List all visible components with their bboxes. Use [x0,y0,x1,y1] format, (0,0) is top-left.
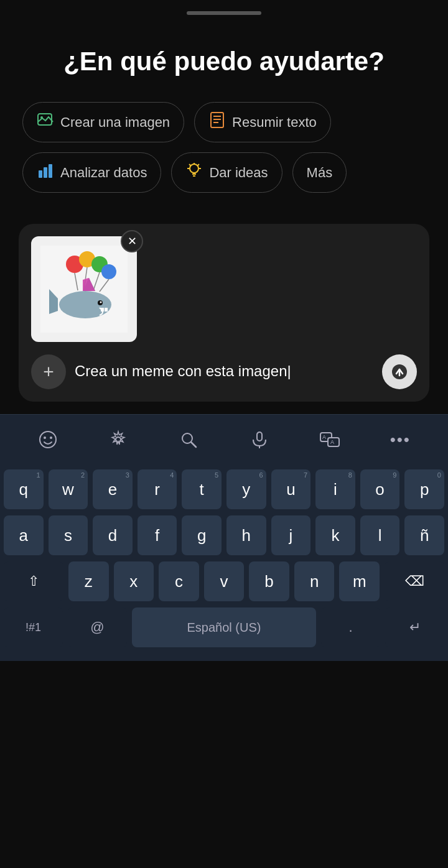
ideas-label: Dar ideas [209,165,268,181]
svg-point-31 [100,302,102,303]
svg-rect-44 [257,432,262,441]
key-q[interactable]: q1 [4,469,44,509]
resumir-label: Resumir texto [232,114,317,131]
chat-input-row: + Crea un meme con esta imagen [31,352,417,389]
svg-rect-7 [44,167,47,178]
key-p[interactable]: p0 [404,469,444,509]
key-u[interactable]: u7 [271,469,311,509]
chat-area: ✕ + Crea un meme con esta imagen [19,224,429,402]
svg-rect-6 [39,170,42,178]
mas-label: Más [307,165,333,181]
key-n-tilde[interactable]: ñ [404,515,444,555]
translate-button[interactable]: A A [314,423,346,456]
svg-point-39 [44,436,46,439]
svg-rect-34 [101,308,104,312]
analizar-label: Analizar datos [60,165,147,181]
period-key[interactable]: . [321,607,380,647]
key-c[interactable]: c [159,561,199,601]
key-r[interactable]: r4 [138,469,177,509]
key-k[interactable]: k [315,515,355,555]
remove-attachment-button[interactable]: ✕ [121,230,143,252]
key-g[interactable]: g [182,515,222,555]
svg-point-27 [59,291,111,318]
drag-pill [187,11,261,15]
top-bar [0,0,448,21]
dar-ideas-button[interactable]: Dar ideas [171,152,282,193]
symbols-key[interactable]: !#1 [4,607,63,647]
key-m[interactable]: m [339,561,380,601]
key-j[interactable]: j [271,515,311,555]
key-z[interactable]: z [68,561,109,601]
shift-key[interactable]: ⇧ [4,561,63,601]
keyboard-row-4: !#1 @ Español (US) . ↵ [4,607,444,647]
key-h[interactable]: h [226,515,266,555]
resumir-icon [208,111,226,133]
enter-key[interactable]: ↵ [385,607,444,647]
svg-point-9 [190,164,198,173]
key-f[interactable]: f [138,515,177,555]
search-keyboard-button[interactable] [172,423,205,456]
svg-point-40 [50,436,52,439]
emoji-button[interactable] [32,423,64,456]
keyboard-toolbar: A A ••• [0,414,448,464]
image-attachment: ✕ [31,236,137,342]
ideas-icon [185,162,203,183]
page-title: ¿En qué puedo ayudarte? [0,21,448,102]
chat-text-input[interactable]: Crea un meme con esta imagen [75,352,373,389]
delete-key[interactable]: ⌫ [385,561,444,601]
mic-button[interactable] [243,423,276,456]
quick-actions-row: Crear una imagen Resumir texto Analizar … [0,102,448,211]
key-l[interactable]: l [360,515,400,555]
add-attachment-button[interactable]: + [31,354,66,389]
key-e[interactable]: e3 [93,469,133,509]
crear-label: Crear una imagen [60,114,170,131]
key-o[interactable]: o9 [360,469,400,509]
key-w[interactable]: w2 [49,469,88,509]
key-n[interactable]: n [294,561,335,601]
keyboard-row-3: ⇧ z x c v b n m ⌫ [4,561,444,601]
key-y[interactable]: y6 [226,469,266,509]
settings-keyboard-button[interactable] [102,423,134,456]
keyboard-row-1: q1 w2 e3 r4 t5 y6 u7 i8 o9 p0 [4,469,444,509]
resumir-texto-button[interactable]: Resumir texto [194,102,331,142]
key-d[interactable]: d [93,515,133,555]
svg-point-22 [101,264,116,279]
keyboard: q1 w2 e3 r4 t5 y6 u7 i8 o9 p0 a s d f g … [0,464,448,661]
more-keyboard-button[interactable]: ••• [384,423,416,456]
svg-rect-35 [105,308,108,312]
at-key[interactable]: @ [68,607,127,647]
key-x[interactable]: x [114,561,154,601]
svg-line-14 [189,164,191,166]
svg-point-38 [40,432,56,448]
svg-rect-8 [49,164,52,178]
key-b[interactable]: b [249,561,289,601]
key-t[interactable]: t5 [182,469,222,509]
crear-imagen-button[interactable]: Crear una imagen [22,102,184,142]
crear-icon [37,111,54,133]
input-text: Crea un meme con esta imagen [75,361,291,382]
send-button[interactable] [382,354,417,389]
attachment-preview [31,236,137,342]
key-i[interactable]: i8 [315,469,355,509]
analizar-icon [37,162,54,183]
space-bar[interactable]: Español (US) [132,607,316,647]
svg-text:A: A [322,434,326,440]
svg-line-43 [191,442,196,447]
key-v[interactable]: v [204,561,245,601]
svg-text:A: A [330,439,334,445]
analizar-datos-button[interactable]: Analizar datos [22,152,161,193]
key-s[interactable]: s [49,515,88,555]
svg-line-15 [198,164,200,166]
svg-point-1 [40,116,43,119]
mas-button[interactable]: Más [292,152,347,193]
key-a[interactable]: a [4,515,44,555]
keyboard-row-2: a s d f g h j k l ñ [4,515,444,555]
